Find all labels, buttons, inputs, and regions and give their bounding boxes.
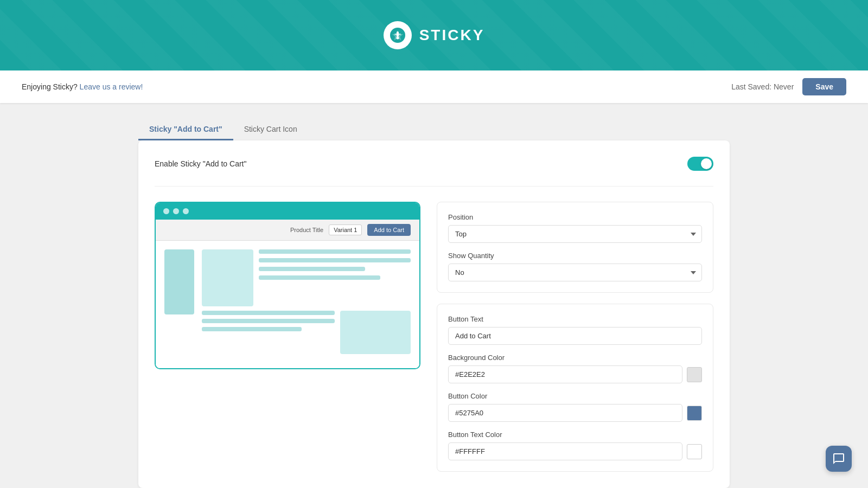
preview-add-to-cart-btn: Add to Cart — [367, 224, 411, 236]
browser-line-7 — [202, 327, 302, 331]
button-text-label: Button Text — [448, 315, 702, 323]
tab-cart-icon[interactable]: Sticky Cart Icon — [233, 119, 308, 140]
browser-right-col — [202, 249, 411, 354]
top-bar: Enjoying Sticky? Leave us a review! Last… — [0, 70, 868, 103]
button-color-label: Button Color — [448, 392, 702, 400]
logo-icon — [384, 21, 412, 49]
browser-dot-2 — [173, 208, 179, 214]
chat-bubble-button[interactable] — [826, 446, 852, 472]
preview-variant: Variant 1 — [329, 224, 362, 235]
button-color-row — [448, 404, 702, 422]
button-text-input[interactable] — [448, 327, 702, 345]
show-quantity-field: Show Quantity No Yes — [448, 252, 702, 281]
button-color-swatch[interactable] — [687, 406, 702, 421]
last-saved-text: Last Saved: Never — [731, 82, 794, 91]
enable-toggle[interactable] — [687, 157, 713, 171]
tab-add-to-cart[interactable]: Sticky "Add to Cart" — [138, 119, 233, 140]
browser-product-img — [202, 249, 253, 306]
browser-line-5 — [202, 311, 335, 315]
tabs-container: Sticky "Add to Cart" Sticky Cart Icon — [138, 119, 730, 140]
button-color-input[interactable] — [448, 404, 682, 422]
browser-line-1 — [259, 249, 411, 254]
page-header: STICKY — [0, 0, 868, 70]
browser-line-6 — [202, 319, 335, 323]
settings-panel: Position Top Bottom Show Quantity No Yes — [437, 202, 713, 472]
position-label: Position — [448, 213, 702, 221]
button-color-field: Button Color — [448, 392, 702, 422]
enable-label: Enable Sticky "Add to Cart" — [155, 159, 246, 168]
button-settings-card: Button Text Background Color Button Colo… — [437, 304, 713, 472]
background-color-label: Background Color — [448, 354, 702, 362]
browser-title-bar — [156, 203, 419, 220]
review-link[interactable]: Leave us a review! — [80, 82, 143, 91]
browser-mockup: Product Title Variant 1 Add to Cart — [155, 202, 420, 369]
button-text-color-label: Button Text Color — [448, 431, 702, 439]
browser-product-info — [259, 249, 411, 306]
button-text-color-swatch[interactable] — [687, 444, 702, 459]
position-select[interactable]: Top Bottom — [448, 225, 702, 243]
logo-container: STICKY — [384, 21, 485, 49]
svg-point-2 — [396, 37, 399, 40]
browser-dot-3 — [183, 208, 189, 214]
button-text-field: Button Text — [448, 315, 702, 345]
button-text-color-input[interactable] — [448, 442, 682, 460]
background-color-field: Background Color — [448, 354, 702, 383]
enable-row: Enable Sticky "Add to Cart" — [155, 157, 713, 187]
browser-line-4 — [259, 275, 380, 280]
background-color-input[interactable] — [448, 365, 682, 383]
show-quantity-select[interactable]: No Yes — [448, 264, 702, 281]
browser-sticky-bar: Product Title Variant 1 Add to Cart — [156, 220, 419, 241]
browser-page-content — [156, 241, 419, 368]
background-color-row — [448, 365, 702, 383]
button-text-color-field: Button Text Color — [448, 431, 702, 460]
position-field: Position Top Bottom — [448, 213, 702, 243]
button-text-color-row — [448, 442, 702, 460]
top-bar-left: Enjoying Sticky? Leave us a review! — [22, 82, 143, 91]
logo-text: STICKY — [419, 27, 485, 44]
browser-left-col — [164, 249, 194, 314]
browser-dot-1 — [163, 208, 169, 214]
background-color-swatch[interactable] — [687, 367, 702, 382]
browser-line-3 — [259, 267, 365, 271]
show-quantity-label: Show Quantity — [448, 252, 702, 260]
main-content: Sticky "Add to Cart" Sticky Cart Icon En… — [127, 103, 741, 488]
preview-product-title: Product Title — [290, 227, 323, 233]
preview-panel: Product Title Variant 1 Add to Cart — [155, 202, 420, 369]
position-card: Position Top Bottom Show Quantity No Yes — [437, 202, 713, 293]
enjoying-text: Enjoying Sticky? — [22, 82, 78, 91]
main-card: Enable Sticky "Add to Cart" Product Titl… — [138, 140, 730, 488]
top-bar-right: Last Saved: Never Save — [731, 78, 846, 95]
browser-line-2 — [259, 258, 411, 262]
save-button[interactable]: Save — [802, 78, 846, 95]
content-row: Product Title Variant 1 Add to Cart — [155, 202, 713, 472]
browser-related-img — [340, 311, 411, 354]
